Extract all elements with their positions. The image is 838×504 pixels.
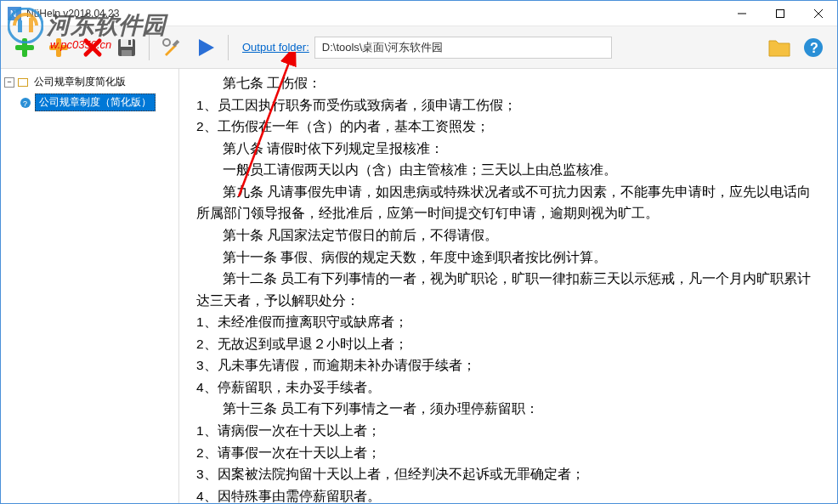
document-line: 1、员工因执行职务而受伤或致病者，须申请工伤假； xyxy=(196,94,820,116)
watermark-url: w.pc0359.cn xyxy=(50,38,111,51)
document-line: 第八条 请假时依下列规定呈报核准： xyxy=(196,138,820,160)
run-button[interactable] xyxy=(190,32,221,63)
help-button[interactable]: ? xyxy=(798,32,829,63)
document-line: 第十三条 员工有下列事情之一者，须办理停薪留职： xyxy=(196,398,820,420)
page-icon: ? xyxy=(20,97,31,109)
document-line: 第七条 工伤假： xyxy=(196,72,820,94)
document-line: 第十一条 事假、病假的规定天数，年度中途到职者按比例计算。 xyxy=(196,246,820,269)
document-line: 一般员工请假两天以内（含）由主管核准；三天以上由总监核准。 xyxy=(196,159,820,181)
document-line: 2、请事假一次在十天以上者； xyxy=(196,442,820,464)
tree-sidebar[interactable]: − 公司规章制度简化版 ? 公司规章制度（简化版） xyxy=(1,69,179,503)
close-button[interactable] xyxy=(799,1,837,25)
toolbar-separator xyxy=(228,35,229,60)
tree-child-label: 公司规章制度（简化版） xyxy=(35,93,156,111)
toolbar: Output folder: D:\tools\桌面\河东软件园 ? xyxy=(1,26,837,69)
document-line: 第十条 凡国家法定节假日的前后，不得请假。 xyxy=(196,224,820,246)
titlebar: N NüHelp v2018.04.23 xyxy=(1,1,837,26)
output-folder-path[interactable]: D:\tools\桌面\河东软件园 xyxy=(314,37,612,59)
tree-root-label: 公司规章制度简化版 xyxy=(32,74,127,90)
document-line: 第九条 凡请事假先申请，如因患病或特殊状况者或不可抗力因素，不能事先申请时，应先… xyxy=(196,181,820,224)
svg-rect-14 xyxy=(122,50,132,56)
svg-rect-27 xyxy=(19,79,23,86)
svg-text:?: ? xyxy=(810,41,818,55)
settings-button[interactable] xyxy=(156,32,187,63)
document-content[interactable]: 第七条 工伤假：1、员工因执行职务而受伤或致病者，须申请工伤假；2、工伤假在一年… xyxy=(179,69,837,503)
book-icon xyxy=(17,76,29,88)
add-green-button[interactable] xyxy=(9,32,40,63)
document-line: 2、无故迟到或早退２小时以上者； xyxy=(196,333,820,355)
output-folder-label[interactable]: Output folder: xyxy=(242,41,309,54)
svg-rect-7 xyxy=(15,45,34,50)
toolbar-separator xyxy=(149,35,150,60)
tree-child-item[interactable]: ? 公司规章制度（简化版） xyxy=(4,92,175,113)
svg-text:?: ? xyxy=(23,99,27,108)
folder-button[interactable] xyxy=(764,32,795,63)
svg-rect-28 xyxy=(23,79,27,86)
svg-marker-18 xyxy=(199,39,214,56)
document-line: 3、因案被法院拘留十天以上者，但经判决不起诉或无罪确定者； xyxy=(196,463,820,485)
svg-rect-15 xyxy=(128,40,131,45)
svg-rect-3 xyxy=(776,9,784,17)
document-line: 4、停薪留职，未办妥手续者。 xyxy=(196,377,820,399)
document-line: 2、工伤假在一年（含）的内者，基本工资照发； xyxy=(196,116,820,138)
save-button[interactable] xyxy=(111,32,142,63)
minimize-button[interactable] xyxy=(722,1,761,25)
document-line: 1、请病假一次在十天以上者； xyxy=(196,420,820,442)
window-controls xyxy=(722,1,837,25)
svg-point-17 xyxy=(163,39,170,46)
document-line: 3、凡未事先请假，而逾期未补办请假手续者； xyxy=(196,354,820,377)
app-icon: N xyxy=(8,7,21,20)
document-line: 4、因特殊事由需停薪留职者。 xyxy=(196,485,820,503)
window-title: NüHelp v2018.04.23 xyxy=(26,8,722,20)
document-line: 1、未经准假而擅离职守或缺席者； xyxy=(196,311,820,333)
svg-text:N: N xyxy=(10,9,16,19)
maximize-button[interactable] xyxy=(761,1,799,25)
tree-collapse-icon[interactable]: − xyxy=(4,77,14,88)
tree-root-item[interactable]: − 公司规章制度简化版 xyxy=(4,72,175,92)
document-line: 第十二条 员工有下列事情的一者，视为旷职论，旷职一律扣薪三天以示惩戒，凡一个月内… xyxy=(196,268,820,311)
